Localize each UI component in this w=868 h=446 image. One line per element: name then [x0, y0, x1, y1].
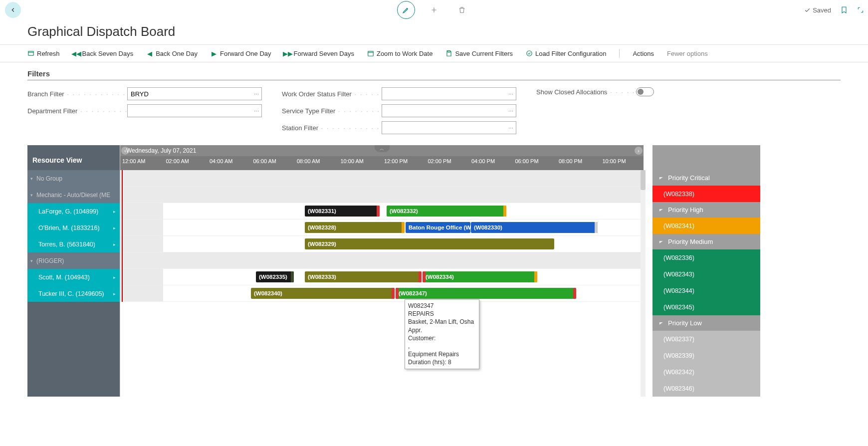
- priority-item[interactable]: (W082341): [652, 218, 760, 234]
- svg-rect-2: [448, 51, 450, 52]
- load-filters-label: Load Filter Configuration: [535, 50, 606, 57]
- work-order-bar[interactable]: (W082332): [387, 206, 506, 217]
- time-tick: 06:00 PM: [515, 158, 539, 164]
- resource-row[interactable]: Scott, M. (104943)▸: [27, 269, 120, 285]
- work-order-bar[interactable]: (W082335): [256, 271, 294, 282]
- actions-menu[interactable]: Actions: [633, 50, 654, 57]
- prev-day-button[interactable]: ‹: [121, 147, 129, 155]
- next-day-button[interactable]: ›: [635, 147, 643, 155]
- timeline-lane[interactable]: (W082340)(W082347)W082347REPAIRSBasket, …: [120, 285, 644, 302]
- timeline-lane[interactable]: (W082331)(W082332): [120, 203, 644, 220]
- action-bar: Refresh ◀◀ Back Seven Days ◀ Back One Da…: [0, 44, 868, 62]
- expand-icon[interactable]: [857, 6, 864, 13]
- resource-row[interactable]: LaForge, G. (104899)▸: [27, 203, 120, 220]
- load-filters-action[interactable]: Load Filter Configuration: [526, 50, 606, 57]
- zoom-action[interactable]: Zoom to Work Date: [367, 50, 433, 57]
- priority-high-heading[interactable]: Priority High: [652, 202, 760, 218]
- timeline-lane[interactable]: (W082328)Baton Rouge Office (W08(W082330…: [120, 220, 644, 236]
- resource-column: Resource View ▾No Group▾Mechanic - Auto/…: [27, 145, 120, 397]
- group-lane: [120, 252, 644, 269]
- work-order-bar[interactable]: (W082334): [423, 271, 537, 282]
- resource-row[interactable]: Tucker III, C. (1249605)▸: [27, 285, 120, 302]
- work-order-bar[interactable]: (W082333): [305, 271, 422, 282]
- ffwd-icon: ▶▶: [284, 50, 291, 57]
- show-closed-label: Show Closed Allocations: [536, 88, 636, 96]
- delete-button[interactable]: [453, 1, 471, 19]
- load-icon: [526, 50, 533, 57]
- priority-item[interactable]: (W082343): [652, 266, 760, 282]
- resource-row[interactable]: O'Brien, M. (1833216)▸: [27, 220, 120, 236]
- svg-point-3: [527, 51, 532, 56]
- collapse-tab[interactable]: ︿: [375, 145, 390, 152]
- priority-item[interactable]: (W082339): [652, 347, 760, 364]
- priority-item[interactable]: (W082344): [652, 282, 760, 299]
- work-order-bar[interactable]: Baton Rouge Office (W08: [406, 222, 470, 233]
- show-closed-toggle[interactable]: [636, 87, 654, 96]
- work-order-bar[interactable]: (W082347): [396, 288, 576, 299]
- timeline-lane[interactable]: (W082329): [120, 236, 644, 252]
- department-filter-input[interactable]: [127, 104, 262, 117]
- forward-seven-action[interactable]: ▶▶ Forward Seven Days: [284, 50, 354, 57]
- back-button[interactable]: [5, 2, 21, 18]
- priority-low-heading[interactable]: Priority Low: [652, 315, 760, 331]
- work-order-bar[interactable]: (W082331): [305, 206, 380, 217]
- priority-item[interactable]: (W082337): [652, 331, 760, 347]
- priority-item[interactable]: (W082336): [652, 249, 760, 266]
- resource-group[interactable]: ▾(RIGGER): [27, 252, 120, 269]
- priority-critical-heading[interactable]: Priority Critical: [652, 170, 760, 186]
- forward-one-action[interactable]: ▶ Forward One Day: [211, 50, 271, 57]
- service-type-filter-input[interactable]: [382, 104, 516, 117]
- refresh-action[interactable]: Refresh: [27, 50, 60, 57]
- timeline-lane[interactable]: (W082335)(W082333)(W082334): [120, 269, 644, 285]
- priority-item[interactable]: (W082345): [652, 299, 760, 315]
- work-order-bar[interactable]: (W082329): [305, 238, 554, 249]
- rewind-icon: ◀◀: [73, 50, 80, 57]
- page-title: Graphical Dispatch Board: [0, 20, 868, 44]
- resource-group[interactable]: ▾No Group: [27, 170, 120, 187]
- wo-status-filter-input[interactable]: [382, 87, 516, 100]
- priority-item[interactable]: (W082342): [652, 364, 760, 380]
- svg-rect-0: [28, 51, 34, 55]
- time-tick: 04:00 AM: [210, 158, 232, 164]
- priority-item[interactable]: (W082338): [652, 186, 760, 202]
- separator: [619, 49, 620, 58]
- group-lane: [120, 170, 644, 187]
- vertical-scrollbar[interactable]: [641, 170, 646, 397]
- work-order-bar[interactable]: (W082328): [305, 222, 405, 233]
- time-tick: 10:00 PM: [603, 158, 626, 164]
- resource-group[interactable]: ▾Mechanic - Auto/Diesel (ME: [27, 187, 120, 203]
- work-order-bar[interactable]: (W082330): [471, 222, 598, 233]
- station-filter-input[interactable]: [382, 121, 516, 134]
- svg-rect-1: [368, 51, 374, 56]
- saved-indicator: Saved: [804, 6, 831, 14]
- resource-view-heading: Resource View: [27, 145, 120, 170]
- department-filter-label: Department Filter: [27, 107, 127, 115]
- new-button[interactable]: [425, 1, 443, 19]
- time-tick: 02:00 PM: [428, 158, 451, 164]
- back-seven-label: Back Seven Days: [82, 50, 134, 57]
- back-seven-action[interactable]: ◀◀ Back Seven Days: [73, 50, 134, 57]
- timeline-column: ︿ ‹ Wednesday, July 07, 2021 › 12:00 AM0…: [120, 145, 644, 397]
- back-one-action[interactable]: ◀ Back One Day: [146, 50, 198, 57]
- save-filters-action[interactable]: Save Current Filters: [445, 50, 513, 57]
- forward-one-label: Forward One Day: [220, 50, 271, 57]
- forward-seven-label: Forward Seven Days: [294, 50, 354, 57]
- saved-label: Saved: [813, 6, 831, 14]
- resource-row[interactable]: Torres, B. (5631840)▸: [27, 236, 120, 252]
- priority-medium-heading[interactable]: Priority Medium: [652, 234, 760, 249]
- bookmark-icon[interactable]: [840, 6, 848, 14]
- group-lane: [120, 187, 644, 203]
- time-tick: 12:00 AM: [122, 158, 145, 164]
- filters-heading: Filters: [27, 69, 841, 80]
- priority-panel: Priority Critical (W082338) Priority Hig…: [652, 145, 760, 397]
- edit-button[interactable]: [397, 1, 415, 19]
- save-filters-label: Save Current Filters: [455, 50, 513, 57]
- fewer-options-link[interactable]: Fewer options: [667, 50, 708, 57]
- work-order-bar[interactable]: (W082340): [251, 288, 395, 299]
- trash-icon: [458, 6, 466, 14]
- branch-filter-input[interactable]: [127, 87, 262, 100]
- priority-item[interactable]: (W082346): [652, 380, 760, 397]
- top-bar: Saved: [0, 0, 868, 20]
- service-type-filter-label: Service Type Filter: [282, 107, 382, 115]
- time-tick: 10:00 AM: [341, 158, 364, 164]
